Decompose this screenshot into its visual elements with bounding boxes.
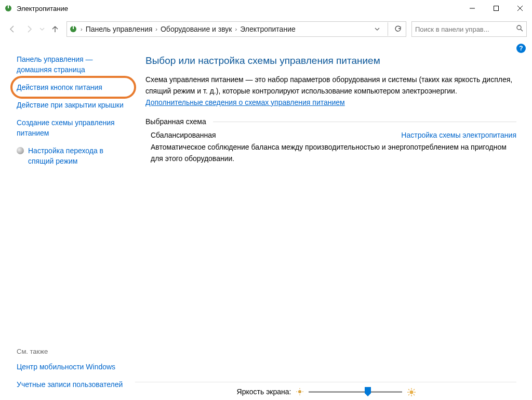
sun-dim-icon <box>296 388 303 395</box>
brightness-slider[interactable] <box>309 391 402 393</box>
main-panel: ? Выбор или настройка схемы управления п… <box>135 44 532 400</box>
breadcrumb-item[interactable]: Панель управления <box>86 25 153 33</box>
svg-line-22 <box>414 389 415 390</box>
chevron-right-icon[interactable]: › <box>155 26 157 32</box>
separator <box>135 382 516 382</box>
svg-line-23 <box>408 394 409 395</box>
svg-rect-1 <box>8 5 9 8</box>
selected-plan-heading: Выбранная схема <box>145 117 516 126</box>
see-also-mobility-center[interactable]: Центр мобильности Windows <box>17 362 123 372</box>
page-description: Схема управления питанием — это набор па… <box>145 74 516 108</box>
sidebar-link-power-buttons[interactable]: Действия кнопок питания <box>17 82 128 92</box>
breadcrumb-item[interactable]: Электропитание <box>240 25 296 33</box>
chevron-right-icon[interactable]: › <box>81 26 83 32</box>
svg-line-9 <box>521 29 523 31</box>
svg-point-8 <box>517 25 521 30</box>
see-also-heading: См. также <box>17 348 123 355</box>
maximize-button[interactable] <box>484 0 508 17</box>
address-dropdown[interactable] <box>372 25 382 33</box>
plan-description: Автоматическое соблюдение баланса между … <box>145 141 516 164</box>
slider-thumb[interactable] <box>365 387 371 396</box>
svg-rect-3 <box>494 6 499 11</box>
nav-row: › Панель управления › Оборудование и зву… <box>0 20 532 38</box>
forward-button[interactable] <box>22 22 36 36</box>
shield-icon <box>17 147 24 154</box>
svg-point-10 <box>298 390 301 393</box>
search-input[interactable]: Поиск в панели управ... <box>411 21 527 37</box>
refresh-button[interactable] <box>391 22 405 36</box>
sidebar: Панель управления — домашняя страница Де… <box>0 44 135 400</box>
svg-rect-7 <box>73 26 74 29</box>
sidebar-link-label: Действия кнопок питания <box>17 83 102 91</box>
window-controls <box>460 0 532 17</box>
help-icon[interactable]: ? <box>516 44 526 53</box>
chevron-right-icon[interactable]: › <box>235 26 237 32</box>
sun-bright-icon <box>407 388 415 395</box>
address-bar[interactable]: › Панель управления › Оборудование и зву… <box>66 21 406 37</box>
plan-settings-link[interactable]: Настройка схемы электропитания <box>401 131 516 139</box>
titlebar: Электропитание <box>0 0 532 17</box>
plan-name: Сбалансированная <box>151 131 216 139</box>
sidebar-link-label: Настройка перехода в спящий режим <box>28 145 128 166</box>
svg-line-20 <box>408 389 409 390</box>
sidebar-home-link[interactable]: Панель управления — домашняя страница <box>17 54 128 75</box>
description-text: Схема управления питанием — это набор па… <box>145 75 512 95</box>
up-button[interactable] <box>48 22 62 36</box>
svg-line-4 <box>517 6 523 11</box>
more-info-link[interactable]: Дополнительные сведения о схемах управле… <box>145 98 345 106</box>
svg-point-15 <box>410 391 414 394</box>
close-button[interactable] <box>508 0 532 17</box>
minimize-button[interactable] <box>460 0 484 17</box>
see-also-user-accounts[interactable]: Учетные записи пользователей <box>17 379 123 390</box>
sidebar-link-sleep[interactable]: Настройка перехода в спящий режим <box>17 145 128 166</box>
page-title: Выбор или настройка схемы управления пит… <box>145 55 516 66</box>
app-icon <box>4 4 12 12</box>
address-icon <box>69 25 77 33</box>
svg-line-5 <box>517 6 523 11</box>
search-icon <box>516 24 523 33</box>
brightness-bar: Яркость экрана: <box>135 388 516 396</box>
window-title: Электропитание <box>17 5 460 12</box>
sidebar-link-lid-close[interactable]: Действие при закрытии крышки <box>17 100 128 110</box>
search-placeholder: Поиск в панели управ... <box>415 25 489 33</box>
recent-dropdown[interactable] <box>38 22 46 36</box>
back-button[interactable] <box>5 22 20 36</box>
svg-line-21 <box>414 394 415 395</box>
sidebar-link-create-plan[interactable]: Создание схемы управления питанием <box>17 117 128 138</box>
brightness-label: Яркость экрана: <box>237 388 291 396</box>
breadcrumb-item[interactable]: Оборудование и звук <box>161 25 232 33</box>
